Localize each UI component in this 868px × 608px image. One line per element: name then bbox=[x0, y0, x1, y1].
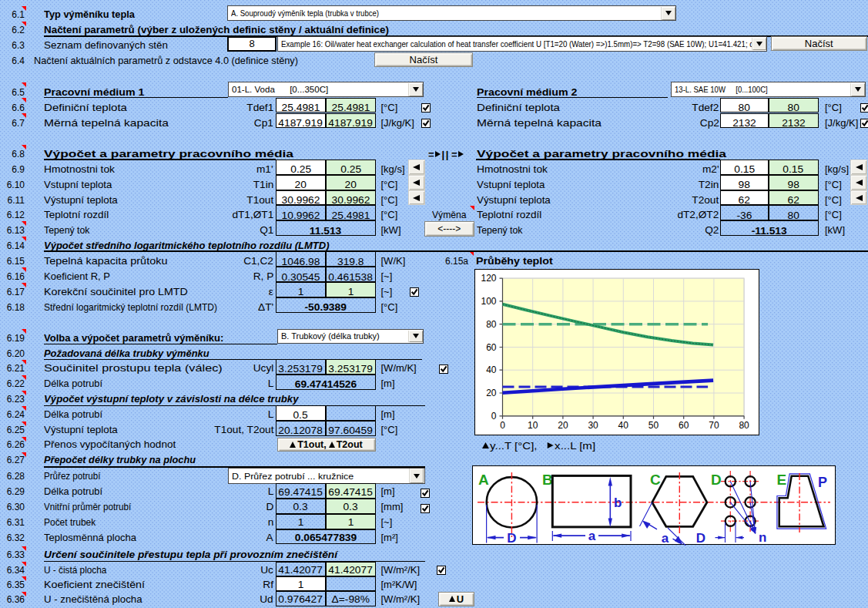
svg-text:D: D bbox=[711, 472, 722, 488]
svg-text:60: 60 bbox=[486, 342, 497, 353]
svg-text:70: 70 bbox=[709, 420, 719, 431]
svg-text:a: a bbox=[588, 529, 596, 543]
svg-text:50: 50 bbox=[648, 420, 659, 431]
svg-text:40: 40 bbox=[486, 365, 497, 376]
svg-text:E: E bbox=[777, 472, 787, 488]
svg-text:100: 100 bbox=[481, 296, 497, 307]
svg-text:80: 80 bbox=[739, 420, 750, 431]
svg-text:20: 20 bbox=[558, 420, 568, 431]
svg-text:80: 80 bbox=[486, 319, 497, 330]
svg-text:D: D bbox=[507, 531, 516, 546]
svg-text:40: 40 bbox=[618, 420, 629, 431]
svg-text:20: 20 bbox=[486, 388, 497, 399]
svg-text:30: 30 bbox=[588, 420, 599, 431]
svg-text:0: 0 bbox=[500, 420, 505, 431]
svg-text:C: C bbox=[650, 472, 661, 488]
svg-text:10: 10 bbox=[528, 420, 538, 431]
svg-text:a: a bbox=[662, 531, 669, 546]
svg-text:P: P bbox=[818, 475, 827, 490]
svg-text:B: B bbox=[542, 472, 553, 488]
svg-text:0: 0 bbox=[491, 411, 497, 422]
svg-text:D: D bbox=[696, 531, 705, 546]
svg-text:120: 120 bbox=[481, 274, 497, 284]
svg-text:b: b bbox=[614, 495, 622, 510]
svg-text:n: n bbox=[759, 530, 766, 545]
svg-text:A: A bbox=[478, 472, 489, 488]
svg-text:60: 60 bbox=[679, 420, 689, 431]
